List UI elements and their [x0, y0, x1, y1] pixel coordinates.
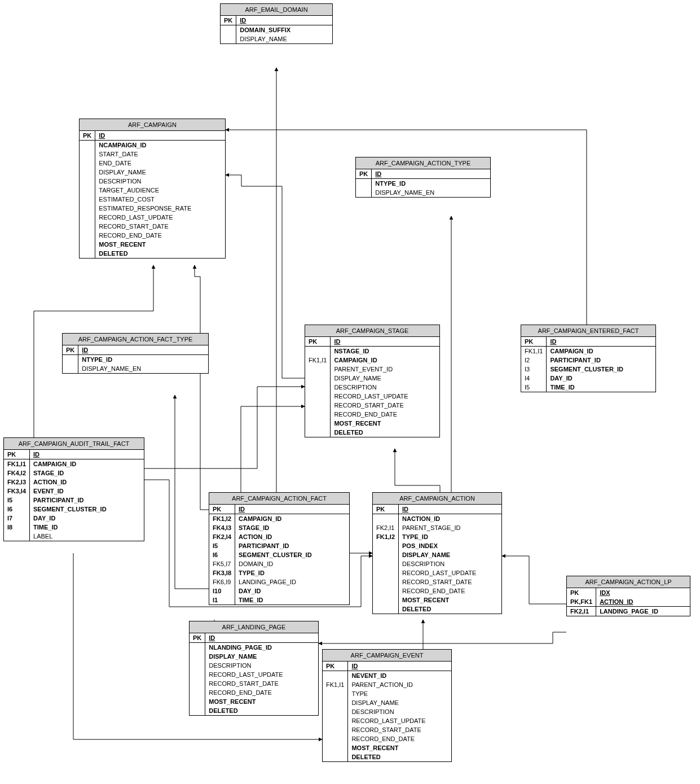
attribute-cell: POS_INDEX	[399, 541, 501, 550]
entity-title: ARF_EMAIL_DOMAIN	[221, 4, 332, 16]
attribute-row: FK1,I2CAMPAIGN_ID	[209, 514, 349, 523]
attribute-table: PKIDXPK,FK1ACTION_IDFK2,I1LANDING_PAGE_I…	[567, 588, 690, 616]
attribute-cell: NLANDING_PAGE_ID	[205, 643, 318, 652]
attribute-row: DISPLAY_NAME_EN	[63, 364, 208, 373]
attribute-table: PKID NACTION_IDFK2,I1PARENT_STAGE_IDFK1,…	[373, 505, 501, 614]
key-cell	[373, 541, 399, 550]
attribute-table: PKIDFK1,I2CAMPAIGN_IDFK4,I3STAGE_IDFK2,I…	[209, 505, 349, 605]
attribute-cell: TYPE_ID	[235, 568, 349, 577]
attribute-row: PK,FK1ACTION_ID	[567, 597, 690, 607]
key-cell: I5	[521, 383, 547, 392]
key-cell: FK1,I1	[4, 459, 30, 468]
entity-arf_campaign_event: ARF_CAMPAIGN_EVENTPKID NEVENT_IDFK1,I1PA…	[322, 649, 452, 762]
attribute-row: DELETED	[323, 752, 451, 761]
attribute-row: PKID	[221, 16, 332, 25]
attribute-cell: TIME_ID	[30, 523, 144, 532]
key-cell	[80, 204, 95, 213]
key-cell: PK	[4, 450, 30, 459]
attribute-table: PKID NTYPE_ID DISPLAY_NAME_EN	[63, 345, 208, 373]
key-cell	[323, 671, 348, 680]
attribute-cell: RECORD_END_DATE	[95, 231, 225, 240]
attribute-cell: DISPLAY_NAME_EN	[372, 188, 490, 197]
attribute-table: PKID DOMAIN_SUFFIX DISPLAY_NAME	[221, 16, 332, 43]
attribute-row: RECORD_END_DATE	[305, 410, 439, 419]
entity-title: ARF_CAMPAIGN	[80, 119, 225, 131]
key-cell	[305, 419, 331, 428]
attribute-row: PARENT_EVENT_ID	[305, 365, 439, 374]
attribute-cell: PARENT_STAGE_ID	[399, 523, 501, 532]
attribute-cell: PARTICIPANT_ID	[547, 356, 655, 365]
connector-action_to_stage	[395, 449, 440, 492]
key-cell: FK3,I4	[4, 487, 30, 496]
attribute-row: PKID	[80, 131, 225, 141]
attribute-row: I6SEGMENT_CLUSTER_ID	[209, 550, 349, 559]
key-cell: I4	[521, 374, 547, 383]
attribute-row: NTYPE_ID	[63, 355, 208, 364]
attribute-cell: DISPLAY_NAME	[95, 168, 225, 177]
attribute-cell: RECORD_END_DATE	[205, 688, 318, 697]
attribute-row: RECORD_START_DATE	[373, 577, 501, 586]
key-cell	[63, 355, 78, 364]
key-cell	[80, 159, 95, 168]
attribute-cell: TIME_ID	[235, 595, 349, 605]
key-cell: FK1,I1	[323, 680, 348, 689]
key-cell	[323, 743, 348, 752]
attribute-row: NEVENT_ID	[323, 671, 451, 680]
key-cell	[190, 679, 205, 688]
key-cell: PK	[567, 588, 596, 597]
attribute-row: I1TIME_ID	[209, 595, 349, 605]
attribute-cell: ID	[95, 131, 225, 141]
attribute-row: I5PARTICIPANT_ID	[209, 541, 349, 550]
attribute-row: PKID	[190, 633, 318, 643]
attribute-row: I5PARTICIPANT_ID	[4, 496, 144, 505]
attribute-row: RECORD_LAST_UPDATE	[80, 213, 225, 222]
attribute-table: PKID NEVENT_IDFK1,I1PARENT_ACTION_ID TYP…	[323, 662, 451, 761]
attribute-row: I6SEGMENT_CLUSTER_ID	[4, 505, 144, 514]
key-cell: FK4,I3	[209, 523, 235, 532]
attribute-cell: DOMAIN_ID	[235, 559, 349, 568]
key-cell	[356, 179, 372, 188]
key-cell	[4, 532, 30, 541]
key-cell: FK4,I2	[4, 468, 30, 478]
attribute-row: FK1,I2TYPE_ID	[373, 532, 501, 541]
entity-title: ARF_CAMPAIGN_AUDIT_TRAIL_FACT	[4, 438, 144, 450]
attribute-cell: ESTIMATED_RESPONSE_RATE	[95, 204, 225, 213]
attribute-cell: DESCRIPTION	[95, 177, 225, 186]
attribute-row: MOST_RECENT	[190, 697, 318, 706]
key-cell	[80, 186, 95, 195]
attribute-row: DELETED	[190, 706, 318, 715]
attribute-cell: RECORD_START_DATE	[95, 222, 225, 231]
attribute-row: RECORD_END_DATE	[373, 586, 501, 595]
key-cell	[373, 605, 399, 614]
key-cell	[305, 347, 331, 356]
attribute-row: DISPLAY_NAME_EN	[356, 188, 490, 197]
attribute-table: PKIDFK1,I1CAMPAIGN_IDI2PARTICIPANT_IDI3S…	[521, 337, 655, 392]
connector-lp_to_action	[502, 556, 566, 604]
key-cell	[190, 643, 205, 652]
attribute-row: I2PARTICIPANT_ID	[521, 356, 655, 365]
attribute-cell: CAMPAIGN_ID	[235, 514, 349, 523]
attribute-row: DELETED	[305, 428, 439, 437]
key-cell	[80, 213, 95, 222]
key-cell	[80, 168, 95, 177]
attribute-cell: RECORD_END_DATE	[331, 410, 439, 419]
key-cell	[305, 428, 331, 437]
key-cell: FK1,I1	[305, 356, 331, 365]
attribute-row: DISPLAY_NAME	[80, 168, 225, 177]
attribute-cell: DELETED	[331, 428, 439, 437]
key-cell	[373, 550, 399, 559]
attribute-cell: NEVENT_ID	[348, 671, 451, 680]
key-cell	[80, 231, 95, 240]
key-cell: PK	[373, 505, 399, 514]
entity-title: ARF_CAMPAIGN_ACTION_TYPE	[356, 157, 490, 169]
attribute-cell: DESCRIPTION	[205, 661, 318, 670]
entity-title: ARF_CAMPAIGN_ACTION_FACT_TYPE	[63, 334, 208, 345]
attribute-cell: ID	[372, 169, 490, 179]
attribute-cell: DESCRIPTION	[348, 707, 451, 716]
attribute-cell: TYPE	[348, 689, 451, 698]
key-cell: I1	[209, 595, 235, 605]
attribute-row: I4DAY_ID	[521, 374, 655, 383]
attribute-cell: ID	[331, 337, 439, 347]
attribute-cell: DESCRIPTION	[331, 383, 439, 392]
attribute-row: DISPLAY_NAME	[190, 652, 318, 661]
